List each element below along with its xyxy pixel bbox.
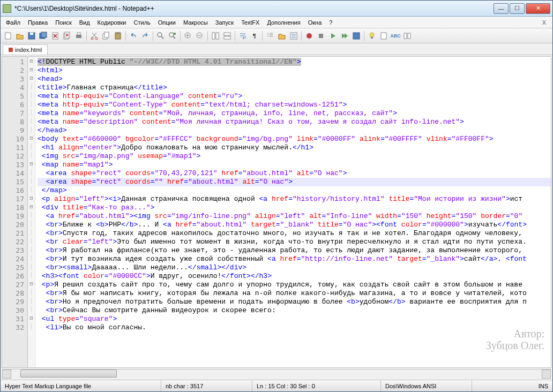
app-window: *C:\Users\1\Desktop\Site\index.html - No… (0, 0, 553, 392)
svg-rect-24 (224, 36, 230, 39)
menu-plugins[interactable]: Дополнения (264, 18, 303, 27)
statusbar: Hyper Text Markup Language file nb char … (1, 380, 552, 391)
sync-v-icon[interactable] (210, 31, 221, 41)
svg-rect-33 (408, 33, 410, 39)
status-mode: INS (472, 380, 552, 391)
menu-view[interactable]: Вид (76, 18, 93, 27)
editor[interactable]: 1234567891011121314151617181920212223242… (2, 56, 551, 368)
toolbar: ¶ ABC (1, 28, 552, 43)
clipboard-icon[interactable] (378, 31, 389, 41)
svg-point-26 (307, 33, 312, 39)
cut-icon[interactable] (89, 31, 100, 41)
func-list-icon[interactable] (288, 31, 299, 41)
status-position: Ln : 15 Col : 30 Sel : 0 (252, 380, 381, 391)
save-icon[interactable] (26, 31, 37, 41)
open-file-icon[interactable] (14, 31, 25, 41)
zoom-out-icon[interactable] (195, 31, 205, 41)
svg-rect-27 (319, 34, 323, 38)
tab-strip: index.html (1, 43, 552, 55)
menu-macros[interactable]: Макросы (180, 18, 211, 27)
paste-icon[interactable] (113, 31, 123, 41)
wrap-icon[interactable] (237, 31, 248, 41)
close-all-icon[interactable] (62, 31, 72, 41)
menu-edit[interactable]: Правка (25, 18, 51, 27)
play-multi-icon[interactable] (339, 31, 350, 41)
status-encoding: Dos\Windows ANSI (381, 380, 472, 391)
svg-rect-4 (41, 32, 47, 37)
code-area[interactable]: <!DOCTYPE HTML Public "-//W3C//DTD HTML … (35, 57, 551, 367)
scroll-left-icon[interactable] (2, 370, 11, 379)
replace-icon[interactable] (167, 31, 178, 41)
menu-windows[interactable]: Окна (305, 18, 325, 27)
svg-rect-23 (224, 33, 230, 35)
redo-icon[interactable] (140, 31, 151, 41)
svg-rect-2 (30, 33, 33, 35)
menubar: Файл Правка Поиск Вид Кодировки Стиль Оп… (1, 17, 552, 28)
compare-icon[interactable] (402, 31, 413, 41)
print-icon[interactable] (73, 31, 84, 41)
menu-file[interactable]: Файл (3, 18, 24, 27)
scroll-right-icon[interactable] (542, 370, 551, 379)
svg-rect-32 (404, 33, 407, 39)
svg-rect-31 (381, 33, 386, 39)
close-button[interactable]: ✕ (526, 3, 550, 14)
svg-rect-15 (116, 32, 119, 34)
menu-search[interactable]: Поиск (52, 18, 74, 27)
menu-encoding[interactable]: Кодировки (94, 18, 130, 27)
indent-guide-icon[interactable] (265, 31, 275, 41)
sync-h-icon[interactable] (222, 31, 233, 41)
unsaved-icon (9, 48, 13, 52)
record-icon[interactable] (304, 31, 315, 41)
menu-help[interactable]: ? (326, 18, 335, 27)
close-file-icon[interactable] (50, 31, 61, 41)
folder-icon[interactable] (276, 31, 287, 41)
window-title: *C:\Users\1\Desktop\Site\index.html - No… (14, 5, 494, 12)
svg-rect-9 (77, 33, 80, 35)
status-chars: nb char : 3517 (161, 380, 252, 391)
tab-label: index.html (15, 47, 42, 53)
horizontal-scrollbar[interactable] (2, 369, 551, 378)
zoom-in-icon[interactable] (183, 31, 193, 41)
svg-point-16 (158, 33, 162, 37)
svg-rect-28 (353, 33, 360, 39)
app-icon (3, 4, 11, 13)
maximize-button[interactable]: ☐ (510, 3, 525, 14)
copy-icon[interactable] (101, 31, 111, 41)
scroll-thumb[interactable] (20, 370, 117, 378)
play-icon[interactable] (327, 31, 338, 41)
svg-rect-21 (212, 33, 215, 39)
new-file-icon[interactable] (3, 31, 13, 41)
menu-options[interactable]: Опции (155, 18, 179, 27)
spell-icon[interactable]: ABC (390, 31, 401, 41)
line-number-gutter[interactable]: 1234567891011121314151617181920212223242… (2, 57, 28, 367)
svg-rect-0 (5, 33, 11, 39)
light-icon[interactable] (367, 31, 377, 41)
svg-point-29 (370, 33, 374, 37)
stop-icon[interactable] (316, 31, 326, 41)
save-all-icon[interactable] (38, 31, 49, 41)
find-icon[interactable] (155, 31, 166, 41)
menu-close-x[interactable]: X (538, 19, 550, 26)
svg-rect-8 (76, 35, 81, 38)
fold-gutter[interactable]: ⊟⊟⊟││││││⊟││⊟│││⊟⊟││││││││⊟│││⊟│ (28, 57, 35, 367)
tab-index-html[interactable]: index.html (3, 44, 48, 55)
save-macro-icon[interactable] (351, 31, 362, 41)
invisible-icon[interactable]: ¶ (249, 31, 260, 41)
svg-rect-18 (174, 33, 176, 35)
svg-rect-30 (371, 37, 373, 39)
menu-style[interactable]: Стиль (131, 18, 154, 27)
undo-icon[interactable] (128, 31, 139, 41)
menu-run[interactable]: Запуск (212, 18, 237, 27)
menu-textfx[interactable]: TextFX (238, 18, 263, 27)
svg-point-17 (169, 33, 174, 37)
titlebar[interactable]: *C:\Users\1\Desktop\Site\index.html - No… (1, 1, 552, 17)
svg-rect-22 (216, 33, 219, 39)
minimize-button[interactable]: — (494, 3, 509, 14)
svg-rect-13 (104, 32, 109, 37)
status-filetype: Hyper Text Markup Language file (1, 380, 161, 391)
